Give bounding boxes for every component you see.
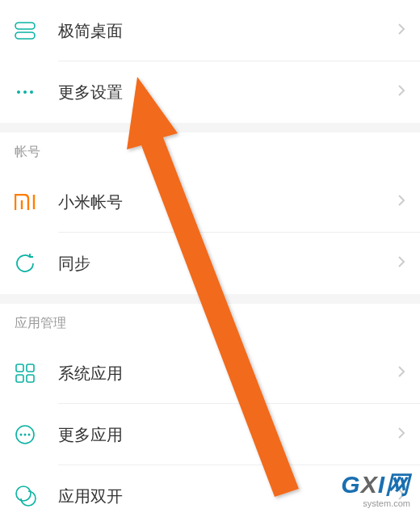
svg-rect-9	[16, 375, 23, 382]
svg-point-12	[20, 434, 23, 436]
section-divider	[0, 294, 420, 304]
row-mi-account[interactable]: 小米帐号	[0, 171, 420, 233]
chevron-right-icon	[397, 84, 405, 100]
chevron-right-icon	[397, 23, 405, 39]
row-dual-apps[interactable]: 应用双开	[0, 465, 420, 513]
chevron-right-icon	[397, 194, 405, 210]
row-label: 更多应用	[58, 424, 397, 446]
section-header-account: 帐号	[0, 132, 420, 171]
chevron-right-icon	[397, 255, 405, 271]
svg-point-2	[17, 90, 20, 94]
row-simple-desktop[interactable]: 极简桌面	[0, 0, 420, 61]
section-divider	[0, 123, 420, 132]
chevron-right-icon	[397, 488, 405, 504]
row-label: 极简桌面	[58, 20, 397, 42]
row-sync[interactable]: 同步	[0, 233, 420, 294]
row-label: 同步	[58, 253, 397, 275]
svg-point-3	[23, 90, 27, 94]
svg-rect-10	[27, 375, 34, 382]
row-label: 应用双开	[58, 486, 397, 507]
simple-desktop-icon	[15, 20, 58, 41]
svg-point-14	[28, 434, 31, 436]
row-more-apps[interactable]: 更多应用	[0, 404, 420, 465]
more-circle-icon	[15, 424, 58, 445]
svg-rect-8	[27, 364, 34, 372]
chevron-right-icon	[397, 365, 405, 381]
more-icon	[15, 82, 58, 103]
svg-point-4	[30, 90, 33, 94]
row-label: 系统应用	[58, 363, 397, 385]
row-more-settings[interactable]: 更多设置	[0, 61, 420, 123]
svg-point-13	[24, 434, 27, 436]
svg-rect-0	[15, 23, 35, 29]
svg-rect-7	[16, 364, 23, 372]
svg-rect-1	[15, 32, 35, 39]
sync-icon	[15, 253, 58, 274]
row-label: 小米帐号	[58, 191, 397, 213]
dual-apps-icon	[15, 485, 58, 507]
svg-point-15	[16, 486, 31, 501]
mi-logo-icon	[15, 194, 58, 210]
chevron-right-icon	[397, 427, 405, 443]
grid-icon	[15, 363, 58, 384]
row-system-apps[interactable]: 系统应用	[0, 343, 420, 404]
row-label: 更多设置	[58, 82, 397, 103]
section-header-app-mgmt: 应用管理	[0, 304, 420, 343]
